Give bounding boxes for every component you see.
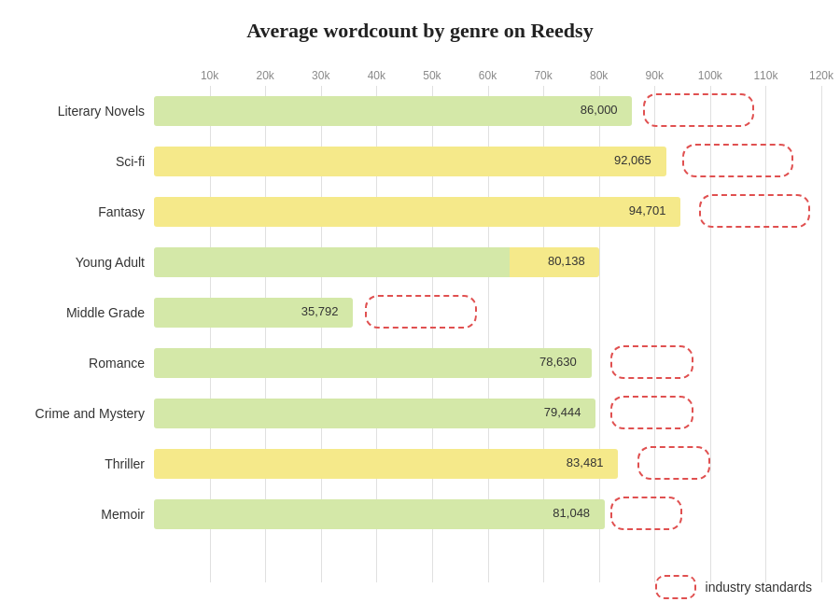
bar-yellow-1	[154, 147, 666, 176]
bar-row-1: 92,065	[154, 136, 821, 187]
bar-label-4: 35,792	[301, 304, 339, 318]
bar-label-0: 86,000	[581, 103, 618, 117]
y-label-0: Literary Novels	[19, 86, 154, 136]
bars-area: 86,00092,06594,70180,13835,79278,63079,4…	[154, 86, 821, 582]
bar-wrapper-0: 86,000	[154, 96, 821, 126]
bar-wrapper-7: 83,481	[154, 449, 821, 479]
bar-row-0: 86,000	[154, 86, 821, 136]
x-tick-60k: 60k	[479, 69, 497, 82]
y-label-8: Memoir	[19, 489, 154, 539]
bar-row-7: 83,481	[154, 439, 821, 489]
bar-wrapper-8: 81,048	[154, 499, 821, 529]
bar-wrapper-2: 94,701	[154, 197, 821, 227]
y-label-3: Young Adult	[19, 237, 154, 287]
x-tick-70k: 70k	[534, 69, 552, 82]
y-label-6: Crime and Mystery	[19, 388, 154, 439]
chart-title: Average wordcount by genre on Reedsy	[19, 19, 821, 43]
bar-yellow-2	[154, 197, 680, 227]
x-tick-120k: 120k	[809, 69, 833, 82]
bar-label-3: 80,138	[548, 254, 585, 268]
bar-green-3	[154, 247, 510, 277]
y-label-2: Fantasy	[19, 187, 154, 237]
bar-wrapper-6: 79,444	[154, 399, 821, 428]
chart-area: Literary NovelsSci-fiFantasyYoung AdultM…	[19, 60, 821, 582]
bar-wrapper-4: 35,792	[154, 298, 821, 328]
y-label-5: Romance	[19, 338, 154, 388]
legend: industry standards	[655, 575, 812, 599]
x-tick-30k: 30k	[312, 69, 329, 82]
x-tick-110k: 110k	[753, 69, 777, 82]
x-tick-100k: 100k	[698, 69, 722, 82]
bar-row-4: 35,792	[154, 287, 821, 338]
bar-green-8	[154, 499, 605, 529]
bar-label-2: 94,701	[629, 203, 666, 217]
y-label-7: Thriller	[19, 439, 154, 489]
x-tick-80k: 80k	[590, 69, 608, 82]
bar-row-3: 80,138	[154, 237, 821, 287]
bar-label-6: 79,444	[544, 405, 581, 419]
grid-line-11	[821, 86, 822, 582]
bar-row-8: 81,048	[154, 489, 821, 539]
bar-row-2: 94,701	[154, 187, 821, 237]
x-tick-90k: 90k	[646, 69, 664, 82]
bar-label-1: 92,065	[614, 153, 651, 167]
bar-row-6: 79,444	[154, 388, 821, 439]
bar-label-7: 83,481	[567, 455, 604, 469]
bar-yellow-7	[154, 449, 618, 479]
x-tick-10k: 10k	[201, 69, 218, 82]
chart-container: Average wordcount by genre on Reedsy Lit…	[0, 0, 840, 616]
bar-label-8: 81,048	[553, 506, 590, 520]
bar-green-0	[154, 96, 632, 126]
chart-right: 10k20k30k40k50k60k70k80k90k100k110k120k …	[154, 60, 821, 582]
x-tick-20k: 20k	[256, 69, 273, 82]
bar-label-5: 78,630	[539, 355, 577, 369]
y-labels: Literary NovelsSci-fiFantasyYoung AdultM…	[19, 60, 154, 582]
bar-wrapper-1: 92,065	[154, 147, 821, 176]
y-label-1: Sci-fi	[19, 136, 154, 187]
y-label-4: Middle Grade	[19, 287, 154, 338]
legend-box	[655, 575, 696, 599]
bar-green-6	[154, 399, 595, 428]
x-tick-40k: 40k	[368, 69, 385, 82]
bar-wrapper-3: 80,138	[154, 247, 821, 277]
legend-label: industry standards	[706, 580, 812, 595]
bar-green-5	[154, 348, 592, 378]
bar-row-5: 78,630	[154, 338, 821, 388]
x-axis: 10k20k30k40k50k60k70k80k90k100k110k120k	[154, 60, 821, 86]
x-tick-50k: 50k	[423, 69, 441, 82]
bar-wrapper-5: 78,630	[154, 348, 821, 378]
